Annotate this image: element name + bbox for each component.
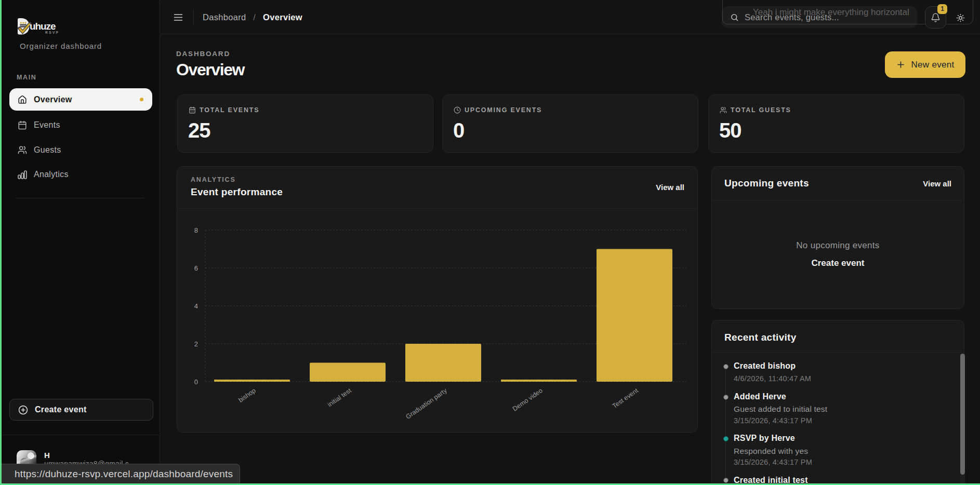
svg-text:8: 8 (194, 226, 198, 234)
svg-text:bishop: bishop (237, 387, 257, 404)
svg-text:6: 6 (194, 264, 198, 272)
svg-text:2: 2 (194, 340, 198, 348)
svg-text:initial test: initial test (326, 387, 353, 409)
svg-text:Test event: Test event (611, 387, 640, 410)
svg-text:4: 4 (194, 302, 198, 310)
svg-text:0: 0 (194, 378, 198, 386)
svg-text:Demo video: Demo video (511, 387, 544, 413)
svg-text:Graduation party: Graduation party (404, 387, 448, 421)
